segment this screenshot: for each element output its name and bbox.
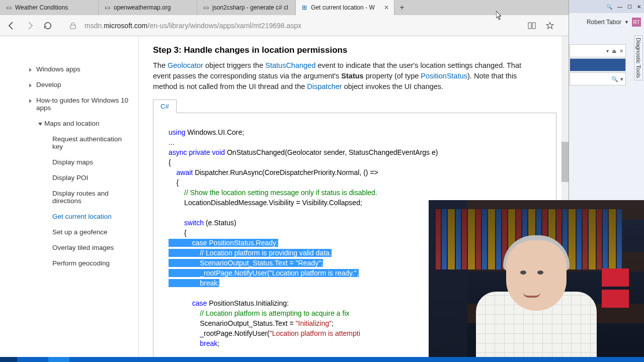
sidebar-item-label: Display routes and directions (52, 190, 109, 205)
sidebar-item-label: Display maps (52, 158, 93, 166)
sidebar-item-label: Display POI (52, 174, 88, 182)
tab-openweathermap[interactable]: ▭ openweathermap.org (99, 0, 197, 15)
svg-rect-0 (70, 25, 75, 29)
link-geolocator[interactable]: Geolocator (168, 61, 203, 69)
forward-button[interactable] (21, 17, 38, 34)
taskbar-app[interactable] (48, 357, 69, 362)
bold-status: Status (341, 72, 363, 80)
tab-json2csharp[interactable]: ▭ json2csharp - generate c# cl (197, 0, 296, 15)
lock-icon (64, 17, 82, 34)
reading-view-icon[interactable] (523, 17, 540, 34)
search-icon[interactable]: 🔍 (606, 4, 612, 10)
tab-label: Get current location - W (311, 4, 375, 11)
pin-icon[interactable]: ⏏ (612, 48, 616, 54)
browser-tabbar: ▭ Weather Conditions ▭ openweathermap.or… (0, 0, 644, 15)
maximize-button[interactable]: ☐ (627, 4, 632, 10)
vs-search[interactable]: 🔍 (570, 72, 626, 85)
sidebar-item-display-maps[interactable]: Display maps (0, 154, 138, 170)
address-bar: msdn.microsoft.com/en-us/library/windows… (0, 15, 644, 36)
sidebar-item-windows-apps[interactable]: Windows apps (0, 61, 138, 77)
vs-toolbar-row[interactable]: ▾⏏✕ (570, 44, 626, 57)
sidebar-item-label: Request authentication key (52, 135, 122, 150)
sidebar-item-display-poi[interactable]: Display POI (0, 170, 138, 186)
step-heading: Step 3: Handle changes in location permi… (153, 45, 556, 55)
minimize-button[interactable]: — (617, 4, 622, 10)
step-paragraph: The Geolocator object triggers the Statu… (153, 60, 535, 92)
windows-taskbar[interactable] (0, 357, 644, 362)
sidebar-item-geofence[interactable]: Set up a geofence (0, 224, 138, 240)
scrollbar-thumb[interactable] (561, 142, 569, 182)
sidebar-item-auth-key[interactable]: Request authentication key (0, 131, 138, 154)
new-tab-button[interactable]: + (394, 0, 410, 15)
tab-label: Weather Conditions (15, 4, 68, 11)
refresh-button[interactable] (39, 17, 56, 34)
vs-dropdown[interactable] (570, 58, 626, 71)
sidebar-item-get-current-location[interactable]: Get current location (0, 209, 138, 224)
search-icon: 🔍 (611, 76, 618, 82)
start-button[interactable] (0, 357, 17, 362)
close-window-button[interactable]: ✕ (637, 4, 641, 10)
url-host: microsoft.com (104, 22, 147, 30)
vs-panel: ▾⏏✕ 🔍 (570, 44, 626, 86)
chevron-down-icon: ▾ (606, 48, 609, 54)
sidebar-item-label: How-to guides for Windows 10 apps (36, 97, 128, 112)
link-positionstatus[interactable]: PositionStatus (421, 72, 467, 80)
tab-weather[interactable]: ▭ Weather Conditions (0, 0, 99, 15)
sidebar-item-howto-guides[interactable]: How-to guides for Windows 10 apps (0, 93, 138, 116)
code-language-tab[interactable]: C# (153, 100, 177, 113)
sidebar-item-label: Maps and location (44, 120, 100, 127)
sidebar-item-maps-location[interactable]: Maps and location (0, 116, 138, 131)
sidebar-item-overlay-tiled[interactable]: Overlay tiled images (0, 240, 138, 255)
sidebar-item-routes[interactable]: Display routes and directions (0, 186, 138, 209)
sidebar-item-geocoding[interactable]: Perform geocoding (0, 255, 138, 271)
link-dispatcher[interactable]: Dispatcher (307, 82, 342, 90)
avatar: RT (632, 18, 641, 27)
webcam-overlay (429, 200, 644, 362)
presenter (471, 231, 602, 362)
sidebar-item-label: Develop (36, 81, 61, 88)
vs-user-name: Robert Tabor (587, 19, 621, 26)
page-icon: ▭ (202, 4, 209, 11)
favorite-icon[interactable] (541, 17, 558, 34)
windows-icon: ⊞ (301, 4, 308, 11)
back-button[interactable] (3, 17, 20, 34)
url-path: /en-us/library/windows/apps/xaml/mt21969… (147, 22, 301, 30)
tab-label: json2csharp - generate c# cl (212, 4, 288, 11)
close-icon[interactable]: ✕ (619, 48, 623, 54)
sidebar-item-label: Set up a geofence (52, 228, 108, 236)
url-field[interactable]: msdn.microsoft.com/en-us/library/windows… (83, 22, 410, 30)
sidebar-item-label: Windows apps (36, 65, 80, 73)
link-statuschanged[interactable]: StatusChanged (265, 61, 315, 69)
page-icon: ▭ (5, 4, 12, 11)
vs-window-controls: 🔍 — ☐ ✕ (569, 0, 644, 13)
chevron-down-icon: ▼ (624, 20, 629, 25)
docs-sidebar: Windows apps Develop How-to guides for W… (0, 36, 139, 362)
sidebar-item-develop[interactable]: Develop (0, 77, 138, 93)
vs-user-badge[interactable]: Robert Tabor ▼ RT (569, 13, 644, 31)
tab-get-current-location[interactable]: ⊞ Get current location - W ✕ (296, 0, 394, 15)
sidebar-item-label: Get current location (52, 213, 112, 220)
url-part: msdn. (85, 22, 104, 30)
diagnostic-tools-dock[interactable]: Diagnostic Tools (634, 35, 643, 80)
tab-label: openweathermap.org (114, 4, 171, 11)
close-icon[interactable]: ✕ (384, 4, 389, 11)
sidebar-item-label: Overlay tiled images (52, 244, 114, 251)
sidebar-item-label: Perform geocoding (52, 259, 110, 267)
page-icon: ▭ (104, 4, 111, 11)
